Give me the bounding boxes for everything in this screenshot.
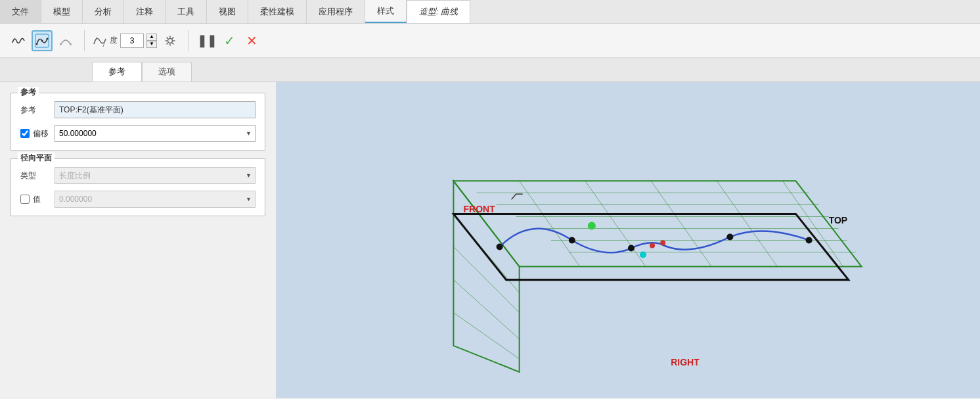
offset-checkbox-label[interactable]: 偏移 <box>20 128 49 139</box>
radial-plane-title: 径向平面 <box>18 153 55 164</box>
menu-item-annotation[interactable]: 注释 <box>124 0 166 23</box>
type-label: 类型 <box>20 170 49 181</box>
radial-plane-group: 径向平面 类型 长度比例 值 0.000000 <box>11 158 265 216</box>
control-point-1[interactable] <box>497 244 503 250</box>
menu-item-app[interactable]: 应用程序 <box>307 0 365 23</box>
tab-reference[interactable]: 参考 <box>92 62 142 82</box>
spline-icon <box>35 34 49 48</box>
type-select-wrapper: 长度比例 <box>55 167 256 184</box>
value-checkbox-label[interactable]: 值 <box>20 194 49 205</box>
menu-item-view[interactable]: 视图 <box>207 0 248 23</box>
active-point-red-1[interactable] <box>650 243 655 248</box>
svg-point-2 <box>41 39 43 41</box>
left-panel: 参考 参考 偏移 50.000000 径向平面 <box>0 82 276 398</box>
degree-spinner-down[interactable]: ▼ <box>146 41 157 48</box>
reference-group: 参考 参考 偏移 50.000000 <box>11 93 265 151</box>
reference-group-title: 参考 <box>18 87 39 98</box>
arc-icon <box>58 34 73 48</box>
offset-checkbox[interactable] <box>20 129 30 138</box>
reference-label: 参考 <box>20 105 49 116</box>
menu-item-model[interactable]: 模型 <box>41 0 83 23</box>
curve-spline-btn[interactable] <box>32 30 53 51</box>
type-select[interactable]: 长度比例 <box>55 167 256 184</box>
degree-input[interactable] <box>120 34 144 48</box>
top-label: TOP <box>829 215 848 225</box>
menu-item-curve[interactable]: 造型: 曲线 <box>407 0 470 23</box>
active-point-green[interactable] <box>588 222 596 229</box>
reference-input[interactable] <box>55 101 256 118</box>
menu-item-style[interactable]: 样式 <box>365 0 407 23</box>
control-point-2[interactable] <box>569 237 575 243</box>
offset-label-text: 偏移 <box>33 128 49 139</box>
value-select-wrapper: 0.000000 <box>55 191 256 208</box>
menu-item-flexible[interactable]: 柔性建模 <box>248 0 307 23</box>
svg-point-8 <box>168 38 173 43</box>
right-label: RIGHT <box>671 357 700 367</box>
settings-btn[interactable] <box>160 30 181 51</box>
degree-label: 度 <box>110 35 118 46</box>
value-select[interactable]: 0.000000 <box>55 191 256 208</box>
curve-arc-btn[interactable] <box>55 30 76 51</box>
separator-1 <box>84 30 85 51</box>
top-plane <box>453 181 861 266</box>
type-row: 类型 长度比例 <box>20 167 256 184</box>
toolbar: 度 ▲ ▼ ❚❚ ✓ ✕ <box>0 24 980 58</box>
degree-spinner-up[interactable]: ▲ <box>146 34 157 41</box>
value-row: 值 0.000000 <box>20 191 256 208</box>
offset-select[interactable]: 50.000000 <box>55 125 256 142</box>
svg-point-1 <box>36 43 38 45</box>
accept-btn[interactable]: ✓ <box>219 31 239 51</box>
degree-group: 度 ▲ ▼ <box>93 34 157 48</box>
cancel-btn[interactable]: ✕ <box>242 31 261 51</box>
menu-item-analysis[interactable]: 分析 <box>83 0 124 23</box>
svg-marker-10 <box>453 181 861 266</box>
main-content: 参考 参考 偏移 50.000000 径向平面 <box>0 82 980 398</box>
menu-bar: 文件 模型 分析 注释 工具 视图 柔性建模 应用程序 样式 造型: 曲线 <box>0 0 980 24</box>
control-point-3[interactable] <box>628 245 635 252</box>
offset-select-wrapper: 50.000000 <box>55 125 256 142</box>
offset-row: 偏移 50.000000 <box>20 125 256 142</box>
scene-svg: FRONT TOP RIGHT <box>276 82 980 398</box>
degree-spinner: ▲ ▼ <box>146 34 157 48</box>
active-point-red-2[interactable] <box>660 241 665 246</box>
menu-item-tools[interactable]: 工具 <box>166 0 207 23</box>
value-checkbox[interactable] <box>20 195 30 204</box>
tab-row: 参考 选项 <box>0 58 980 82</box>
gear-icon <box>163 34 177 48</box>
wave-icon <box>11 34 26 48</box>
svg-point-3 <box>47 37 49 39</box>
control-point-5[interactable] <box>806 237 813 243</box>
curve-wave-btn[interactable] <box>8 30 29 51</box>
menu-item-file[interactable]: 文件 <box>0 0 41 23</box>
active-point-cyan[interactable] <box>640 252 646 258</box>
reference-row: 参考 <box>20 101 256 118</box>
tab-options[interactable]: 选项 <box>142 62 192 82</box>
value-label-text: 值 <box>33 194 41 205</box>
control-point-4[interactable] <box>726 233 733 240</box>
front-label: FRONT <box>463 204 495 214</box>
curve-shape-icon <box>93 34 107 48</box>
viewport[interactable]: FRONT TOP RIGHT <box>276 82 980 398</box>
pause-btn[interactable]: ❚❚ <box>197 31 217 51</box>
separator-2 <box>189 30 189 51</box>
